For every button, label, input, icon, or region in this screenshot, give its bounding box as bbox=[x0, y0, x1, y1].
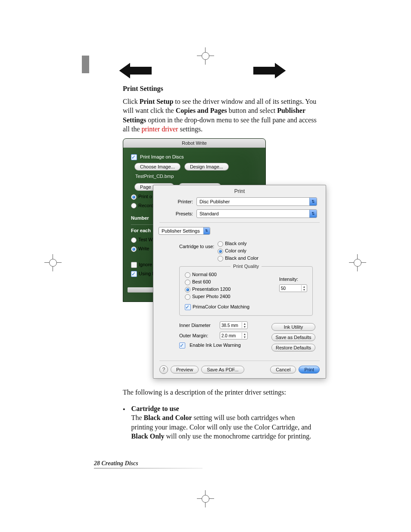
restore-defaults-button[interactable]: Restore Defaults bbox=[271, 344, 315, 352]
help-icon[interactable]: ? bbox=[159, 365, 168, 374]
cartridge-both-radio[interactable] bbox=[218, 256, 223, 261]
intro-paragraph: Click Print Setup to see the driver wind… bbox=[123, 97, 321, 134]
quality-presentation-1200-radio[interactable] bbox=[185, 287, 190, 292]
intensity-label: Intensity: bbox=[279, 276, 307, 283]
quality-super-photo-2400-radio[interactable] bbox=[185, 294, 190, 300]
image-filename: TestPrint_CD.bmp bbox=[135, 173, 261, 180]
crop-mark-icon bbox=[44, 254, 62, 271]
ignore-checkbox[interactable] bbox=[131, 262, 137, 268]
inner-diameter-stepper[interactable]: ▲▼ bbox=[220, 321, 248, 329]
intensity-value[interactable] bbox=[280, 286, 301, 291]
print-button[interactable]: Print bbox=[299, 366, 320, 373]
ink-utility-button[interactable]: Ink Utility bbox=[271, 323, 315, 331]
arrow-left-icon[interactable] bbox=[118, 60, 153, 81]
cartridge-black-radio[interactable] bbox=[218, 241, 223, 247]
save-defaults-button[interactable]: Save as Defaults bbox=[271, 333, 315, 341]
driver-settings-intro: The following is a description of the pr… bbox=[123, 388, 312, 397]
page-footer: 28 Creating Discs bbox=[94, 460, 138, 467]
record-radio[interactable] bbox=[131, 203, 137, 208]
bullet-title: Cartridge to use bbox=[131, 405, 179, 412]
preview-button[interactable]: Preview bbox=[171, 366, 199, 373]
printer-select[interactable]: Disc Publisher ⇅ bbox=[196, 197, 317, 206]
write-radio[interactable] bbox=[131, 246, 137, 252]
ink-low-warning-checkbox[interactable] bbox=[179, 342, 185, 348]
cartridge-color-radio[interactable] bbox=[218, 249, 223, 254]
outer-margin-value[interactable] bbox=[220, 333, 242, 338]
svg-marker-1 bbox=[253, 62, 286, 79]
print-quality-group: Print Quality Normal 600 Best 600 Presen… bbox=[179, 266, 313, 316]
print-dialog: Print Printer: Disc Publisher ⇅ Presets:… bbox=[153, 185, 326, 379]
cancel-button[interactable]: Cancel bbox=[270, 366, 296, 373]
primacolor-checkbox[interactable] bbox=[185, 304, 191, 310]
using-checkbox[interactable] bbox=[131, 271, 137, 277]
outer-margin-stepper[interactable]: ▲▼ bbox=[220, 332, 248, 339]
choose-image-button[interactable]: Choose Image... bbox=[134, 163, 181, 171]
design-image-button[interactable]: Design Image... bbox=[184, 163, 229, 171]
test-write-radio[interactable] bbox=[131, 237, 137, 243]
print-quality-title: Print Quality bbox=[230, 263, 262, 270]
window-title: Robot Write bbox=[123, 139, 265, 148]
footer-rule bbox=[94, 468, 202, 469]
embedded-screenshot: Robot Write Print Image on Discs Choose … bbox=[123, 138, 325, 378]
ink-low-warning-label: Enable Ink Low Warning bbox=[190, 342, 241, 348]
svg-marker-0 bbox=[118, 62, 152, 79]
outer-margin-label: Outer Margin: bbox=[179, 333, 217, 339]
arrow-right-icon[interactable] bbox=[252, 60, 286, 81]
quality-normal-600-radio[interactable] bbox=[185, 272, 190, 278]
print-image-label: Print Image on Discs bbox=[140, 154, 184, 159]
inner-diameter-value[interactable] bbox=[220, 323, 242, 328]
bullet-cartridge: • Cartridge to use The Black and Color s… bbox=[123, 404, 312, 441]
section-select[interactable]: Publisher Settings ⇅ bbox=[159, 227, 210, 235]
dialog-title: Print bbox=[153, 185, 326, 196]
crop-mark-icon bbox=[349, 254, 366, 271]
presets-select[interactable]: Standard ⇅ bbox=[196, 209, 317, 218]
printer-label: Printer: bbox=[162, 199, 193, 205]
presets-label: Presets: bbox=[162, 211, 193, 217]
crop-line bbox=[82, 56, 89, 73]
quality-best-600-radio[interactable] bbox=[185, 280, 190, 285]
crop-mark-icon bbox=[197, 490, 214, 507]
save-as-pdf-button[interactable]: Save As PDF... bbox=[201, 366, 244, 373]
print-radio[interactable] bbox=[131, 194, 137, 200]
chevron-updown-icon: ⇅ bbox=[309, 210, 317, 218]
printer-driver-link[interactable]: printer driver bbox=[142, 125, 178, 133]
inner-diameter-label: Inner Diameter bbox=[179, 322, 217, 329]
cartridge-label: Cartridge to use: bbox=[179, 240, 214, 262]
chevron-updown-icon: ⇅ bbox=[309, 198, 317, 205]
chevron-updown-icon: ⇅ bbox=[203, 227, 210, 234]
section-heading: Print Settings bbox=[123, 84, 321, 93]
intensity-stepper[interactable]: ▲▼ bbox=[279, 284, 307, 292]
print-image-checkbox[interactable] bbox=[131, 154, 137, 160]
